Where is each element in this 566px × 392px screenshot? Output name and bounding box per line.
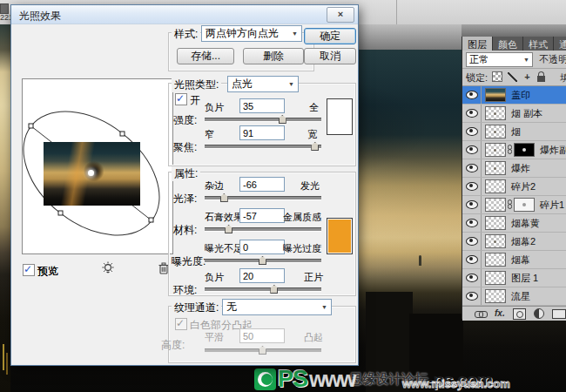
light-center-handle[interactable]: [88, 170, 94, 176]
visibility-toggle[interactable]: [462, 141, 482, 159]
exposure-min-label: 曝光不足: [205, 242, 243, 255]
layer-thumb[interactable]: [485, 198, 506, 212]
layer-thumb[interactable]: [485, 143, 506, 157]
light-preview-box[interactable]: [22, 78, 173, 254]
gloss-min-label: 杂边: [205, 179, 224, 193]
tab-styles[interactable]: 样式: [523, 37, 554, 51]
blend-mode-select[interactable]: 正常 ▼: [466, 52, 533, 67]
white-is-high-checkbox[interactable]: [175, 318, 187, 330]
visibility-toggle[interactable]: [462, 214, 482, 232]
exposure-label: 曝光度:: [172, 254, 206, 269]
lock-move-icon[interactable]: +: [522, 72, 532, 82]
ambience-slider[interactable]: [205, 287, 321, 292]
visibility-toggle[interactable]: [462, 269, 482, 287]
intensity-slider[interactable]: [205, 118, 321, 122]
visibility-toggle[interactable]: [462, 159, 482, 177]
intensity-input[interactable]: [239, 98, 285, 113]
tab-layers[interactable]: 图层: [462, 37, 493, 51]
tab-channels[interactable]: 通道: [554, 37, 566, 51]
layer-mask-thumb[interactable]: [514, 143, 535, 157]
visibility-toggle[interactable]: [462, 178, 482, 195]
style-select[interactable]: 两点钟方向点光 ▼: [201, 25, 302, 42]
layer-thumb[interactable]: [485, 179, 506, 193]
visibility-toggle[interactable]: [462, 251, 482, 268]
texture-channel-select[interactable]: 无 ▼: [222, 299, 332, 315]
layer-name: 爆炸副本: [540, 144, 566, 157]
light-handle[interactable]: [58, 211, 63, 215]
light-handle[interactable]: [29, 124, 33, 128]
light-on-checkbox[interactable]: [175, 93, 187, 105]
material-min-label: 石膏效果: [205, 211, 243, 224]
layer-row[interactable]: 流星: [462, 287, 566, 306]
tab-color[interactable]: 颜色: [493, 37, 523, 51]
visibility-toggle[interactable]: [462, 86, 482, 104]
eye-icon: [466, 91, 478, 99]
layer-thumb[interactable]: [485, 253, 506, 267]
adjustment-layer-icon[interactable]: [534, 308, 544, 319]
eye-icon: [466, 145, 478, 154]
close-button[interactable]: ×: [327, 7, 354, 23]
cancel-button[interactable]: 取消: [304, 48, 356, 64]
layer-thumb[interactable]: [485, 271, 506, 285]
light-bulb-icon[interactable]: [100, 260, 116, 276]
layer-row[interactable]: 烟幕2: [462, 233, 566, 251]
layer-name: 烟幕黄: [511, 217, 540, 230]
new-group-icon[interactable]: [552, 309, 566, 319]
gloss-input[interactable]: [239, 177, 285, 192]
layer-row[interactable]: 爆炸副本: [462, 141, 566, 159]
layer-thumb[interactable]: [485, 216, 506, 230]
layer-row[interactable]: 烟幕: [462, 251, 566, 269]
material-color-swatch[interactable]: [327, 218, 353, 254]
layer-thumb[interactable]: [485, 161, 506, 175]
focus-input[interactable]: [239, 125, 285, 140]
exposure-input[interactable]: [239, 240, 285, 254]
layer-row[interactable]: 碎片1: [462, 196, 566, 214]
focus-slider[interactable]: [205, 145, 321, 149]
gloss-slider[interactable]: [205, 196, 321, 200]
layer-mask-thumb[interactable]: [514, 198, 535, 212]
visibility-toggle[interactable]: [462, 196, 482, 213]
light-handle[interactable]: [149, 218, 153, 222]
link-layers-icon[interactable]: [475, 311, 487, 317]
layer-row[interactable]: 爆炸: [462, 159, 566, 178]
layer-thumb[interactable]: [485, 125, 506, 139]
layer-style-icon[interactable]: fx.: [495, 309, 505, 318]
save-style-button[interactable]: 存储...: [177, 48, 234, 64]
visibility-toggle[interactable]: [462, 105, 482, 122]
ambience-input[interactable]: [239, 268, 285, 283]
light-type-select[interactable]: 点光 ▼: [227, 76, 299, 92]
chrome-divider: [396, 0, 397, 24]
visibility-toggle[interactable]: [462, 287, 482, 305]
layer-name: 爆炸: [511, 162, 530, 175]
layer-row[interactable]: 图层 1: [462, 269, 566, 287]
layer-row[interactable]: 烟幕黄: [462, 214, 566, 233]
light-handle[interactable]: [120, 132, 125, 136]
layer-thumb[interactable]: [485, 289, 506, 303]
layer-row[interactable]: 烟 副本: [462, 105, 566, 123]
visibility-toggle[interactable]: [462, 233, 482, 250]
layer-thumb[interactable]: [485, 88, 506, 102]
add-mask-icon[interactable]: [513, 308, 526, 320]
preview-checkbox[interactable]: [23, 264, 35, 276]
material-input[interactable]: [239, 208, 285, 223]
exposure-slider[interactable]: [205, 259, 321, 263]
ok-button[interactable]: 确定: [304, 28, 356, 44]
dialog-titlebar[interactable]: 光照效果 ×: [11, 5, 358, 24]
visibility-toggle[interactable]: [462, 123, 482, 140]
layer-row[interactable]: 碎片2: [462, 178, 566, 196]
layers-list: 盖印 烟 副本 烟 爆炸副本: [462, 86, 566, 306]
layer-thumb[interactable]: [485, 234, 506, 248]
screen: 221 PS www 思缘设计论坛 -ps.com www.missyuan.c…: [0, 0, 566, 392]
layers-panel: 图层 颜色 样式 通道 字符 正常 ▼ 不透明 锁定: + 填: [462, 37, 566, 319]
layer-thumb[interactable]: [485, 106, 506, 120]
intensity-color-swatch[interactable]: [327, 98, 353, 135]
layer-row[interactable]: 烟: [462, 123, 566, 141]
eye-icon: [466, 182, 478, 191]
lock-all-icon[interactable]: [537, 76, 545, 82]
lock-transparency-icon[interactable]: [492, 71, 502, 82]
lock-paint-icon[interactable]: [508, 72, 517, 82]
window-light: [3, 344, 4, 370]
material-slider[interactable]: [205, 227, 321, 232]
layer-row[interactable]: 盖印: [462, 86, 566, 105]
delete-style-button[interactable]: 删除: [243, 48, 304, 64]
